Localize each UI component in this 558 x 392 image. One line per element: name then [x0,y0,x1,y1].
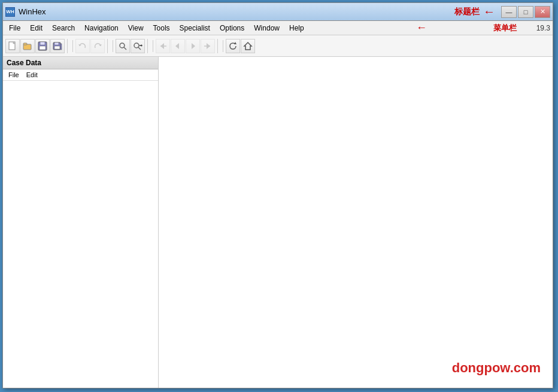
title-bar-text: WinHex [19,7,454,16]
version-label: 19.3 [536,24,550,32]
menubar-arrow: ← [416,22,427,34]
menu-options[interactable]: Options [215,23,249,34]
case-file-menu[interactable]: File [5,71,22,79]
menu-search[interactable]: Search [47,23,80,34]
toolbar-separator-4 [223,40,223,52]
left-panel: Case Data File Edit [3,57,159,388]
svg-marker-26 [244,42,251,50]
menu-edit[interactable]: Edit [25,23,47,34]
svg-line-14 [124,47,126,50]
app-icon: WH [5,7,15,17]
case-data-header: Case Data [3,57,158,69]
new-file-button[interactable] [5,39,20,53]
nav-left-button[interactable] [171,39,185,53]
case-edit-menu[interactable]: Edit [23,71,41,79]
titlebar-annotation: 标题栏 [454,7,480,17]
minimize-button[interactable]: — [501,6,517,18]
find-next-button[interactable] [131,39,145,53]
toolbar-separator-3 [153,40,153,52]
svg-rect-5 [40,42,45,45]
menu-file[interactable]: File [4,23,25,34]
menu-window[interactable]: Window [249,23,284,34]
titlebar-arrow: ← [483,5,495,19]
save-button[interactable] [35,39,50,53]
close-button[interactable]: ✕ [535,6,550,18]
toolbar-group-view [116,39,148,53]
home-button[interactable] [241,39,255,53]
menu-bar: File Edit Search Navigation View Tools S… [3,21,553,35]
toolbar-group-edit [75,39,108,53]
toolbar-separator-2 [113,40,113,52]
case-data-label: Case Data [7,59,41,67]
case-data-toolbar: File Edit [3,69,158,81]
case-data-content [3,81,158,388]
main-window: WH WinHex 标题栏 ← — □ ✕ File Edit Search N… [2,2,553,388]
content-area: Case Data File Edit [3,57,553,388]
toolbar-group-nav [156,39,218,53]
toolbar-group-file [5,39,68,53]
find-button[interactable] [116,39,130,53]
toolbar-separator-1 [72,40,73,52]
maximize-button[interactable]: □ [518,6,533,18]
svg-point-13 [120,43,125,48]
svg-rect-3 [23,43,27,45]
svg-rect-10 [60,44,62,50]
undo-button[interactable] [75,39,90,53]
nav-back-button[interactable] [156,39,170,53]
menu-navigation[interactable]: Navigation [80,23,123,34]
title-bar: WH WinHex 标题栏 ← — □ ✕ [3,3,553,21]
menu-view[interactable]: View [123,23,148,34]
window-controls: — □ ✕ [501,6,550,18]
svg-marker-18 [141,44,142,47]
menu-tools[interactable]: Tools [148,23,175,34]
menubar-annotation: 菜单栏 [493,23,517,34]
nav-right-button[interactable] [186,39,200,53]
svg-marker-22 [192,43,195,49]
open-file-button[interactable] [20,39,35,53]
redo-button[interactable] [90,39,105,53]
svg-line-16 [138,47,141,50]
right-panel [159,57,553,388]
toolbar [3,35,553,57]
menu-help[interactable]: Help [284,23,309,34]
svg-rect-9 [54,46,60,49]
save-all-button[interactable] [50,39,65,53]
svg-marker-21 [175,43,179,49]
menu-specialist[interactable]: Specialist [175,23,215,34]
svg-rect-8 [54,42,59,45]
nav-forward-button[interactable] [201,39,215,53]
refresh-button[interactable] [226,39,240,53]
toolbar-group-extra [226,39,257,53]
svg-point-15 [134,43,139,48]
svg-rect-6 [40,46,46,50]
